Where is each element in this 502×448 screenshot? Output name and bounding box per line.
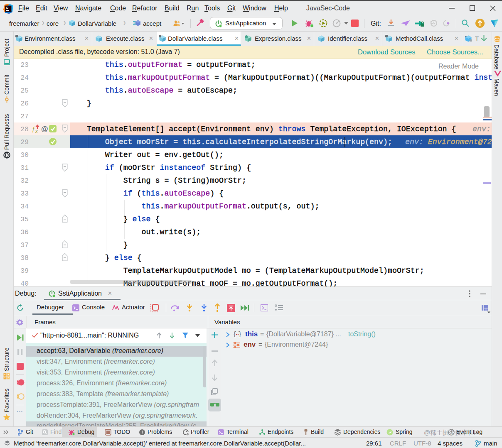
svg-text:{: { [233,331,236,338]
svg-text:IJ: IJ [6,6,8,10]
svg-text:x: x [35,128,38,134]
svg-text:f: f [32,126,35,132]
svg-text:}: } [238,331,242,338]
